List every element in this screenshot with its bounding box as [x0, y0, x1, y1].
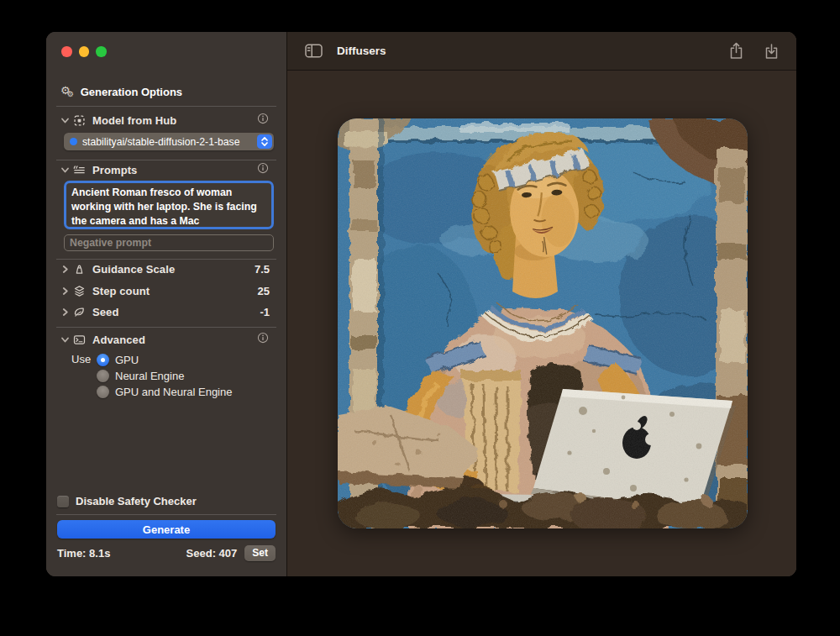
disable-safety-checker[interactable]: Disable Safety Checker: [57, 495, 197, 507]
chevron-down-icon[interactable]: [59, 116, 71, 125]
chevron-right-icon[interactable]: [59, 265, 71, 274]
divider: [56, 160, 276, 160]
time-value: 8.1s: [89, 547, 110, 560]
prompt-field-wrapper: Ancient Roman fresco of woman working wi…: [64, 181, 274, 229]
info-icon[interactable]: [257, 162, 269, 177]
time-status: Time: 8.1s: [57, 547, 110, 560]
generate-button[interactable]: Generate: [57, 520, 276, 539]
chevron-right-icon[interactable]: [59, 307, 71, 317]
image-canvas: [287, 71, 796, 576]
radio-gpu-and-neural-engine[interactable]: GPU and Neural Engine: [97, 384, 232, 399]
chevron-right-icon[interactable]: [59, 286, 71, 296]
prompts-section-row[interactable]: Prompts: [46, 162, 286, 177]
radio-neural-engine-label: Neural Engine: [115, 370, 184, 382]
seed-status: Seed: 407: [186, 547, 238, 560]
radio-unselected-icon[interactable]: [97, 386, 109, 398]
guidance-scale-label: Guidance Scale: [92, 263, 175, 276]
leaf-icon: [72, 306, 87, 318]
step-count-label: Step count: [92, 285, 150, 297]
info-icon[interactable]: [257, 332, 269, 347]
scale-mass-icon: [72, 263, 87, 276]
share-button[interactable]: [729, 42, 743, 60]
seed-status-label: Seed:: [186, 547, 216, 560]
divider: [56, 106, 276, 107]
zoom-button[interactable]: [96, 46, 107, 57]
chevron-down-icon[interactable]: [59, 335, 71, 344]
save-image-button[interactable]: [764, 42, 779, 60]
info-icon[interactable]: [257, 113, 269, 128]
desktop: ⚙⚙ Generation Options Model from Hub sta…: [0, 0, 840, 636]
main-pane: Diffusers: [286, 32, 796, 576]
disable-safety-checker-label: Disable Safety Checker: [76, 495, 197, 507]
use-label: Use: [71, 353, 91, 365]
seed-value: -1: [260, 306, 270, 318]
window-title: Diffusers: [337, 45, 386, 57]
model-section-label: Model from Hub: [92, 114, 176, 127]
traffic-lights: [61, 46, 107, 57]
seed-status-value: 407: [219, 547, 238, 560]
time-label: Time:: [57, 547, 86, 560]
status-bar: Time: 8.1s Seed: 407 Set: [57, 544, 276, 561]
prompts-section-label: Prompts: [92, 164, 137, 176]
guidance-scale-value: 7.5: [255, 263, 270, 276]
negative-prompt-input[interactable]: [64, 234, 274, 251]
checkbox-unchecked-icon[interactable]: [57, 496, 69, 507]
negative-prompt-wrapper: [64, 234, 274, 251]
advanced-section-row[interactable]: Advanced: [46, 332, 286, 347]
close-button[interactable]: [61, 46, 72, 57]
radio-gpu[interactable]: GPU: [97, 352, 139, 367]
gears-icon: ⚙⚙: [60, 85, 74, 98]
model-status-dot: [70, 138, 77, 145]
sidebar-header-title: Generation Options: [81, 86, 182, 98]
generated-image[interactable]: [338, 118, 748, 528]
step-count-value: 25: [258, 285, 270, 297]
seed-label: Seed: [92, 306, 118, 318]
download-icon: [764, 42, 779, 60]
radio-gpu-label: GPU: [115, 354, 139, 366]
chevron-down-icon[interactable]: [59, 166, 71, 175]
prompt-input[interactable]: Ancient Roman fresco of woman working wi…: [66, 183, 271, 227]
set-seed-button[interactable]: Set: [244, 545, 276, 561]
main-titlebar: Diffusers: [287, 32, 796, 71]
radio-neural-engine[interactable]: Neural Engine: [97, 368, 184, 383]
select-chevrons-icon[interactable]: [257, 134, 272, 149]
text-quote-icon: [72, 164, 87, 176]
stack-3d-icon: [72, 285, 87, 297]
advanced-section-label: Advanced: [92, 334, 145, 346]
divider: [56, 514, 276, 515]
sidebar-header: ⚙⚙ Generation Options: [46, 84, 286, 99]
minimize-button[interactable]: [79, 46, 90, 57]
model-select-value: stabilityai/stable-diffusion-2-1-base: [82, 136, 239, 148]
divider: [56, 327, 276, 328]
step-count-row[interactable]: Step count 25: [46, 283, 286, 298]
radio-selected-icon[interactable]: [97, 354, 109, 366]
terminal-icon: [72, 334, 87, 346]
divider: [56, 259, 276, 260]
guidance-scale-row[interactable]: Guidance Scale 7.5: [46, 261, 286, 276]
generation-options-sidebar: ⚙⚙ Generation Options Model from Hub sta…: [46, 32, 286, 576]
radio-gpu-and-neural-engine-label: GPU and Neural Engine: [115, 386, 232, 398]
share-icon: [729, 42, 743, 60]
radio-unselected-icon[interactable]: [97, 370, 109, 382]
model-select[interactable]: stabilityai/stable-diffusion-2-1-base: [64, 133, 274, 150]
sidebar-toggle-icon[interactable]: [305, 44, 323, 58]
model-section-row[interactable]: Model from Hub: [46, 113, 286, 128]
seed-row[interactable]: Seed -1: [46, 304, 286, 319]
model-hub-icon: [72, 114, 87, 127]
diffusers-window: ⚙⚙ Generation Options Model from Hub sta…: [46, 32, 796, 576]
